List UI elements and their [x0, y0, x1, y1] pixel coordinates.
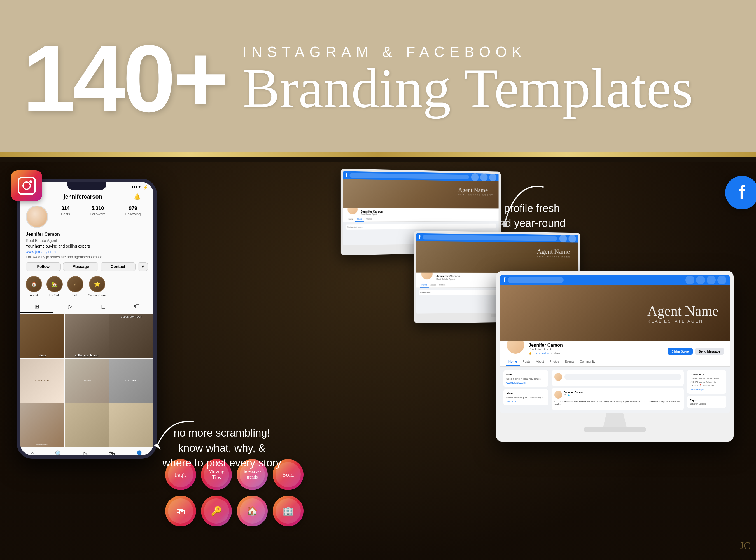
status-icons: ▮▮▮ ᯤ ⚡: [131, 185, 148, 189]
ig-header-icons: 🔔 ⋮: [134, 193, 148, 200]
fb-create-input[interactable]: [564, 374, 681, 380]
fb-sub-mid: Real Estate Agent: [436, 278, 460, 280]
fb-nav-home-front[interactable]: Home: [506, 358, 520, 366]
story-circle-house[interactable]: 🏠: [237, 496, 268, 526]
fb-community-item-3: Country: 📍 Arizona, US: [690, 384, 723, 387]
message-button[interactable]: Message: [63, 262, 98, 271]
fb-profile-info-front: Jennifer Carson Real Estate Agent 👍 Like…: [529, 343, 563, 355]
fb-top-icon-3[interactable]: [707, 276, 716, 284]
story-circle-bag[interactable]: 🛍: [165, 496, 196, 526]
monitor-base-front: [584, 427, 646, 432]
nav-home-icon[interactable]: ⌂: [31, 450, 34, 455]
nav-search-icon[interactable]: 🔍: [55, 450, 62, 455]
monitor-screen-front: f Agent Name REAL ESTATE AGENT: [500, 275, 730, 413]
fb-nav-front: Home Posts About Photos Events Community: [500, 358, 730, 367]
watermark-right: JC: [740, 540, 750, 552]
follow-button[interactable]: Follow: [26, 262, 61, 271]
tab-reels[interactable]: ▷: [54, 300, 87, 313]
highlight-circle-comingsoon[interactable]: ⭐: [89, 276, 105, 292]
fb-pages-box: Pages Jennifer Carson: [687, 396, 726, 408]
instagram-logo-inner: [18, 177, 36, 195]
fb-nav-posts-front[interactable]: Posts: [520, 358, 533, 366]
fb-claim-button[interactable]: Claim Store: [668, 348, 693, 355]
fb-top-icon-1[interactable]: [685, 276, 694, 284]
grid-text-1: About: [20, 354, 64, 357]
fb-topbar-front: f: [500, 275, 730, 285]
ig-stat-following: 979 Following: [125, 205, 141, 216]
fb-create-row: [554, 373, 681, 381]
main-number: 140+: [22, 31, 226, 126]
grid-item-7: Market Notes: [20, 403, 64, 447]
grid-item-5: October: [65, 359, 108, 403]
monitor-outer-front: f Agent Name REAL ESTATE AGENT: [496, 271, 734, 442]
fb-search-bar[interactable]: [508, 277, 564, 283]
fb-post-create: [552, 370, 684, 386]
bio-name: Jennifer Carson: [26, 231, 148, 237]
highlight-circle-about[interactable]: 🏠: [26, 276, 42, 292]
fb-nav-home[interactable]: Home: [346, 217, 355, 222]
fb-nav-events-front[interactable]: Events: [562, 358, 577, 366]
nav-profile-icon[interactable]: 👤: [136, 450, 143, 455]
tab-saved[interactable]: 🏷: [120, 300, 154, 313]
contact-button[interactable]: Contact: [101, 262, 136, 271]
tab-grid[interactable]: ⊞: [20, 300, 54, 313]
arrow-to-fb-icon: [493, 176, 549, 232]
key-icon: 🔑: [204, 498, 229, 524]
fb-share-count: ⬆ Share: [551, 352, 561, 355]
fb-nav-photos-mid[interactable]: Photos: [437, 282, 447, 287]
story-circle-building[interactable]: 🏢: [273, 496, 303, 526]
ig-highlights: 🏠 About 🏡 For Sale ✓ Sold: [20, 274, 154, 300]
fb-send-message-button[interactable]: Send Message: [695, 348, 724, 355]
cover-agent-name: Agent Name: [648, 303, 718, 319]
fb-profile-stats: 👍 Like ✓ Follow ⬆ Share: [529, 352, 563, 355]
highlight-label-comingsoon: Coming Soon: [88, 294, 107, 297]
fb-profile-name-back: Jennifer Carson: [361, 210, 383, 213]
fb-nav-back: Home About Photos: [343, 216, 498, 222]
fb-profile-info-back: Jennifer Carson Real Estate Agent: [361, 210, 383, 215]
highlight-label-sold: Sold: [67, 294, 83, 297]
main-title: Branding Templates: [242, 63, 693, 114]
fb-nav-home-mid[interactable]: Home: [420, 282, 429, 287]
dropdown-button[interactable]: ∨: [138, 262, 148, 271]
fb-post-main: Jennifer Carson 2h · 🌐 SOLD! Just listed…: [552, 388, 684, 410]
fb-top-icon-2[interactable]: [696, 276, 705, 284]
story-circle-key[interactable]: 🔑: [201, 496, 232, 526]
ig-stats: 314 Posts 5,310 Followers 979 Following: [54, 205, 148, 216]
tab-tagged[interactable]: ◻: [87, 300, 120, 313]
bag-icon: 🛍: [168, 498, 193, 524]
fb-intro-box: Intro Specializing in local real estate …: [503, 370, 548, 387]
monitor-stand-front: [598, 413, 632, 427]
grid-item-2: Selling your home?: [65, 314, 108, 358]
fb-likes-count: 👍 Like: [529, 352, 537, 355]
fb-get-home-link[interactable]: Get home tips: [690, 388, 723, 391]
banner-right: INSTAGRAM & FACEBOOK Branding Templates: [242, 43, 693, 114]
facebook-f-icon: f: [503, 276, 505, 284]
fb-nav-about-mid[interactable]: About: [429, 282, 437, 287]
fb-nav-community-front[interactable]: Community: [577, 358, 598, 366]
nav-shop-icon[interactable]: 🛍: [108, 450, 115, 455]
svg-marker-0: [501, 221, 508, 228]
fb-nav-about[interactable]: About: [355, 217, 364, 222]
fb-main-content: Jennifer Carson 2h · 🌐 SOLD! Just listed…: [552, 370, 684, 410]
highlight-circle-sold[interactable]: ✓: [67, 276, 83, 292]
ig-bottom-nav: ⌂ 🔍 ▷ 🛍 👤: [20, 447, 154, 455]
fb-cover-front: Agent Name REAL ESTATE AGENT: [500, 285, 730, 341]
highlight-circle-forsale[interactable]: 🏡: [46, 276, 63, 292]
ig-grid: About Selling your home? UNDER CONTRACT …: [20, 314, 154, 447]
fb-nav-about-front[interactable]: About: [533, 358, 547, 366]
grid-item-9: [110, 403, 154, 447]
nav-reels-icon[interactable]: ▷: [83, 450, 88, 455]
fb-website-link[interactable]: www.jcrealty.com: [506, 381, 545, 384]
bio-link[interactable]: www.jcrealty.com: [26, 249, 148, 255]
fb-post-avatar: [554, 391, 562, 399]
ig-buttons: Follow Message Contact ∨: [20, 262, 154, 274]
posts-label: Posts: [61, 212, 70, 216]
fb-profile-front: Jennifer Carson Real Estate Agent 👍 Like…: [500, 341, 730, 358]
agent-name-mid: Agent Name: [537, 248, 573, 255]
facebook-f-letter: f: [739, 181, 745, 204]
fb-top-icon-4[interactable]: [717, 276, 726, 284]
fb-about-title: About: [506, 392, 545, 395]
fb-nav-photos[interactable]: Photos: [364, 217, 374, 221]
fb-see-more[interactable]: See more: [506, 400, 545, 403]
fb-nav-photos-front[interactable]: Photos: [547, 358, 562, 366]
